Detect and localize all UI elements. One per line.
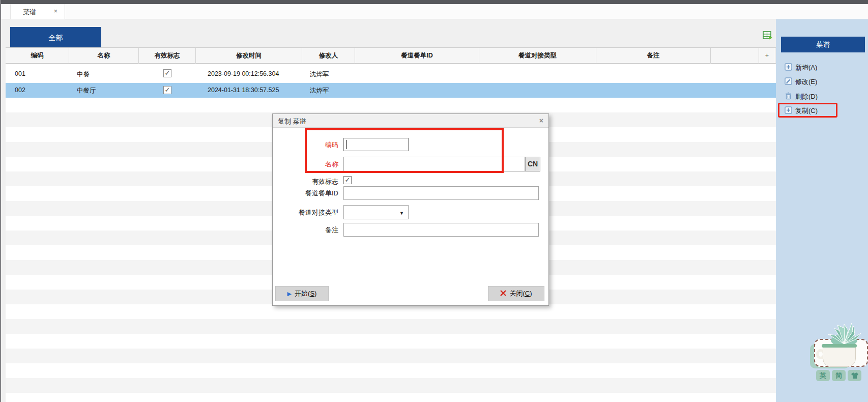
sidebar-item-add[interactable]: 新增(A) [785,62,861,73]
theme-skin-button[interactable] [848,370,861,381]
cell-name: 中餐厅 [77,87,96,95]
label-channel-menu-id: 餐道餐单ID [275,189,338,198]
all-filter-button[interactable]: 全部 [10,27,101,49]
lang-button-simplified[interactable]: 简 [832,370,846,381]
sidebar-item-delete[interactable]: 删除(D) [785,91,861,102]
cell-code: 001 [15,70,25,77]
cell-modifier: 沈烨军 [310,87,329,95]
col-header-channel-type[interactable]: 餐道对接类型 [479,48,596,64]
code-input[interactable] [343,138,409,151]
dialog-close-icon[interactable]: × [539,117,543,125]
col-header-name[interactable]: 名称 [69,48,139,64]
tab-bar: 菜谱 × [1,4,868,19]
add-icon [785,63,792,71]
sidebar-item-edit[interactable]: 修改(E) [785,76,861,87]
app-window: 菜谱 × 全部 编码 名称 有效标志 修改时间 修改人 餐道餐单ID 餐道对接类… [0,0,868,402]
lang-button-english[interactable]: 英 [816,370,830,381]
tab-menu[interactable]: 菜谱 × [10,4,65,19]
remark-input[interactable] [343,223,539,237]
dialog-titlebar[interactable]: 复制 菜谱 × [273,114,548,128]
valid-flag-checkbox[interactable]: ✓ [343,176,352,184]
label-name: 名称 [275,160,338,169]
cell-modified: 2024-01-31 18:30:57.525 [208,87,279,94]
trash-icon [785,92,792,100]
cell-code: 002 [15,87,25,94]
label-remark: 备注 [275,225,338,235]
col-header-code[interactable]: 编码 [6,48,69,64]
cell-modifier: 沈烨军 [310,70,329,79]
checkbox-checked-icon[interactable]: ✓ [163,69,171,77]
cell-name: 中餐 [77,70,90,79]
shirt-icon [851,372,859,379]
close-x-icon [500,290,506,296]
tab-label: 菜谱 [23,8,36,17]
sidebar-item-label: 新增(A) [795,63,817,72]
table-row[interactable]: 001 中餐 ✓ 2023-09-19 00:12:56.304 沈烨军 [6,64,776,83]
cell-modified: 2023-09-19 00:12:56.304 [208,70,279,77]
sidebar-item-label: 复制(C) [795,106,818,116]
sidebar-title: 菜谱 [781,37,865,52]
name-input[interactable] [343,157,525,171]
dialog-title: 复制 菜谱 [278,117,306,126]
table-header: 编码 名称 有效标志 修改时间 修改人 餐道餐单ID 餐道对接类型 备注 + [6,47,776,64]
play-icon: ▶ [287,291,292,297]
col-header-valid[interactable]: 有效标志 [139,48,196,64]
close-button[interactable]: 关闭(C) [488,286,544,301]
col-header-channel-id[interactable]: 餐道餐单ID [355,48,479,64]
language-cn-button[interactable]: CN [525,157,540,171]
tab-close-icon[interactable]: × [53,7,57,15]
checkbox-checked-icon[interactable]: ✓ [163,86,171,94]
label-channel-type: 餐道对接类型 [275,208,338,217]
sidebar-item-label: 修改(E) [795,77,817,87]
col-header-empty [711,48,759,64]
table-row-selected[interactable]: 002 中餐厅 ✓ 2024-01-31 18:30:57.525 沈烨军 [6,83,776,98]
column-chooser-button[interactable]: + [759,48,775,64]
sidebar-item-label: 删除(D) [795,92,818,101]
label-valid-flag: 有效标志 [275,177,338,186]
col-header-remark[interactable]: 备注 [596,48,711,64]
text-caret [346,140,347,149]
window-top-bar [1,0,868,4]
action-sidebar: 菜谱 新增(A) 修改(E) 删除(D) 复制(C) [776,19,868,402]
copy-menu-dialog: 复制 菜谱 × 编码 名称 CN 有效标志 ✓ 餐道餐单ID 餐道对接类型 ▼ … [272,113,549,306]
channel-menu-id-input[interactable] [343,186,539,200]
channel-type-dropdown[interactable] [343,205,409,219]
copy-icon [785,106,792,114]
col-header-modifier[interactable]: 修改人 [302,48,355,64]
label-code: 编码 [275,140,338,150]
col-header-modified-time[interactable]: 修改时间 [196,48,302,64]
edit-icon [785,77,792,85]
sidebar-item-copy[interactable]: 复制(C) [785,105,861,116]
export-grid-icon[interactable] [763,31,773,40]
start-button[interactable]: ▶开始(S) [275,286,329,301]
